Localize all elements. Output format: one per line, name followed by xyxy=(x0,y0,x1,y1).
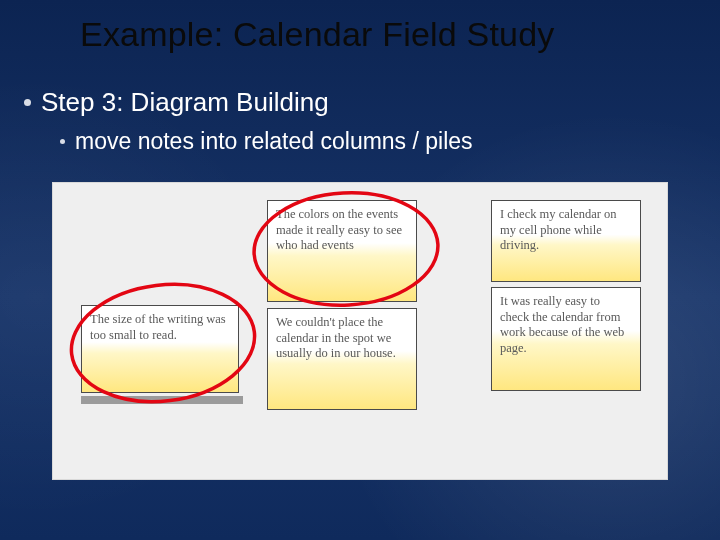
sticky-note: The colors on the events made it really … xyxy=(267,200,417,302)
affinity-canvas: The size of the writing was too small to… xyxy=(52,182,668,480)
bullet-1-text: Step 3: Diagram Building xyxy=(41,87,329,118)
note-shadow xyxy=(81,396,243,404)
bullet-level-1: Step 3: Diagram Building xyxy=(24,87,329,118)
sticky-note-text: We couldn't place the calendar in the sp… xyxy=(276,315,396,360)
slide: Example: Calendar Field Study Step 3: Di… xyxy=(0,0,720,540)
sticky-note: It was really easy to check the calendar… xyxy=(491,287,641,391)
sticky-note: We couldn't place the calendar in the sp… xyxy=(267,308,417,410)
bullet-2-text: move notes into related columns / piles xyxy=(75,128,473,155)
sticky-note-text: The colors on the events made it really … xyxy=(276,207,402,252)
bullet-dot-icon xyxy=(24,99,31,106)
bullet-dot-icon xyxy=(60,139,65,144)
sticky-note-text: The size of the writing was too small to… xyxy=(90,312,226,342)
sticky-note: I check my calendar on my cell phone whi… xyxy=(491,200,641,282)
sticky-note-text: It was really easy to check the calendar… xyxy=(500,294,624,355)
slide-title: Example: Calendar Field Study xyxy=(80,15,680,54)
bullet-level-2: move notes into related columns / piles xyxy=(60,128,473,155)
sticky-note-text: I check my calendar on my cell phone whi… xyxy=(500,207,617,252)
sticky-note: The size of the writing was too small to… xyxy=(81,305,239,393)
